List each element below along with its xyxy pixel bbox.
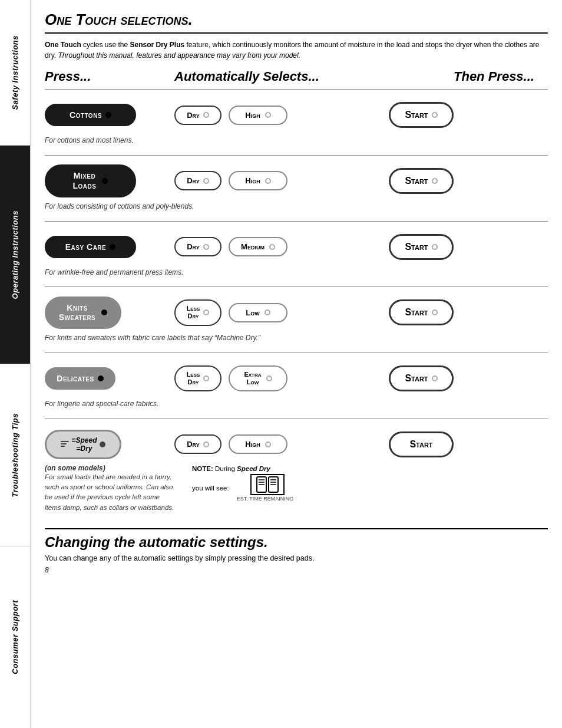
knits-sel-line2: Dry: [188, 312, 199, 320]
knits-button-cell: Knits Sweaters: [45, 297, 174, 330]
speeddry-heat-button[interactable]: High: [229, 434, 287, 454]
mixed-heat-dot: [265, 178, 271, 184]
delicates-sub-label: For lingerie and special-care fabrics.: [45, 398, 548, 414]
easycare-cycle-row: Easy Care Dry Medium St: [45, 224, 548, 266]
knits-label-line2: Sweaters: [59, 312, 96, 322]
easycare-start-cell: Start: [336, 234, 454, 260]
mixed-dot: [102, 178, 108, 184]
sidebar-operating-label: Operating Instructions: [11, 210, 19, 299]
mixed-start-label: Start: [405, 176, 428, 186]
speeddry-note-label: NOTE:: [192, 465, 213, 472]
speeddry-start-button[interactable]: Start: [389, 431, 454, 457]
mixed-label-line2: Loads: [73, 181, 97, 191]
cottons-start-dot: [432, 112, 438, 118]
speeddry-button[interactable]: =Speed =Dry: [45, 430, 121, 460]
speeddry-heat-dot: [265, 442, 271, 447]
delicates-row-wrapper: Delicates Less Dry Extra: [45, 355, 548, 416]
cottons-selection-label: Dry: [187, 111, 200, 120]
knits-auto-cell: Less Dry Low: [174, 299, 336, 325]
speeddry-button-cell: =Speed =Dry: [45, 430, 174, 460]
est-time-display: [250, 474, 285, 495]
intro-feature: Sensor Dry Plus: [130, 41, 185, 49]
cottons-auto-cell: Dry High: [174, 106, 336, 125]
mixed-cycle-row: Mixed Loads Dry High: [45, 158, 548, 200]
delicates-start-button[interactable]: Start: [389, 365, 454, 391]
easycare-heat-dot: [269, 244, 275, 250]
delicates-sel-line2: Dry: [188, 378, 199, 386]
cottons-sel-dot: [203, 112, 209, 118]
easycare-button[interactable]: Easy Care: [45, 236, 136, 258]
easycare-start-dot: [432, 244, 438, 250]
easycare-button-cell: Easy Care: [45, 236, 174, 258]
delicates-sel-dot: [203, 375, 209, 381]
easycare-start-button[interactable]: Start: [389, 234, 454, 260]
col-press: Press...: [45, 69, 174, 84]
easycare-selection-button[interactable]: Dry: [174, 237, 222, 256]
knits-selection-button[interactable]: Less Dry: [174, 299, 222, 325]
mixed-selection-button[interactable]: Dry: [174, 171, 222, 190]
delicates-label: Delicates: [57, 374, 94, 383]
knits-sel-dot: [203, 309, 209, 315]
mixed-heat-button[interactable]: High: [229, 171, 287, 190]
cottons-heat-dot: [265, 112, 271, 118]
speeddry-start-cell: Start: [336, 431, 454, 457]
easycare-row-wrapper: Easy Care Dry Medium St: [45, 224, 548, 285]
mixed-start-cell: Start: [336, 168, 454, 194]
speeddry-right-note: NOTE: During Speed Dryyou will see:: [174, 464, 548, 513]
cottons-button[interactable]: Cottons: [45, 104, 136, 126]
speeddry-lines-icon: [61, 441, 69, 448]
speeddry-sel-dot: [203, 442, 209, 447]
speeddry-selection-button[interactable]: Dry: [174, 434, 222, 454]
speeddry-desc: For small loads that are needed in a hur…: [45, 472, 174, 513]
cottons-heat-button[interactable]: High: [229, 106, 287, 125]
knits-start-cell: Start: [336, 299, 454, 325]
sidebar-safety-label: Safety Instructions: [11, 35, 19, 110]
delicates-heat-button[interactable]: Extra Low: [229, 365, 287, 391]
one-touch-title: One Touch selections.: [45, 11, 193, 28]
knits-sub-label: For knits and sweaters with fabric care …: [45, 332, 548, 348]
delicates-selection-button[interactable]: Less Dry: [174, 365, 222, 391]
sd-line1: [61, 441, 69, 442]
sd-speed-label: =Speed: [71, 436, 97, 444]
delicates-start-label: Start: [405, 373, 428, 384]
knits-cycle-row: Knits Sweaters Less Dry: [45, 289, 548, 332]
knits-start-dot: [432, 309, 438, 315]
col-headers: Press... Automatically Selects... Then P…: [45, 69, 548, 84]
mixed-button-cell: Mixed Loads: [45, 164, 174, 197]
knits-start-button[interactable]: Start: [389, 299, 454, 325]
knits-heat-button[interactable]: Low: [229, 303, 287, 322]
speeddry-selection-label: Dry: [187, 440, 200, 449]
delicates-auto-cell: Less Dry Extra Low: [174, 365, 336, 391]
sidebar-operating: Operating Instructions: [0, 146, 30, 364]
easycare-label: Easy Care: [65, 242, 107, 252]
sidebar-consumer-label: Consumer Support: [11, 600, 19, 674]
mixed-auto-cell: Dry High: [174, 171, 336, 190]
on-some-models-label: (on some models): [45, 464, 174, 472]
cottons-heat-label: High: [245, 111, 260, 120]
cottons-start-button[interactable]: Start: [389, 102, 454, 128]
cottons-start-cell: Start: [336, 102, 454, 128]
est-time-icon: [256, 476, 279, 493]
mixed-start-button[interactable]: Start: [389, 168, 454, 194]
sidebar-safety: Safety Instructions: [0, 0, 30, 146]
mixed-sub-label: For loads consisting of cottons and poly…: [45, 200, 548, 216]
easycare-dot: [110, 244, 115, 250]
easycare-sel-dot: [203, 244, 209, 250]
est-time-label: EST. TIME REMAINING: [237, 495, 293, 503]
speeddry-row-wrapper: =Speed =Dry Dry High: [45, 421, 548, 520]
easycare-heat-button[interactable]: Medium: [229, 237, 287, 256]
page-wrapper: Safety Instructions Operating Instructio…: [0, 0, 562, 728]
cottons-sub-label: For cottons and most linens.: [45, 134, 548, 150]
speeddry-extra: (on some models) For small loads that ar…: [45, 464, 548, 518]
easycare-heat-label: Medium: [241, 242, 265, 251]
delicates-heat-line2: Low: [247, 378, 259, 386]
knits-dot: [101, 309, 107, 315]
col-then: Then Press...: [454, 69, 548, 84]
delicates-button[interactable]: Delicates: [45, 367, 115, 390]
cottons-selection-button[interactable]: Dry: [174, 106, 222, 125]
mixed-start-dot: [432, 178, 438, 184]
cottons-dot: [105, 112, 111, 118]
mixed-button[interactable]: Mixed Loads: [45, 164, 136, 197]
delicates-dot: [98, 375, 104, 381]
knits-button[interactable]: Knits Sweaters: [45, 297, 121, 330]
